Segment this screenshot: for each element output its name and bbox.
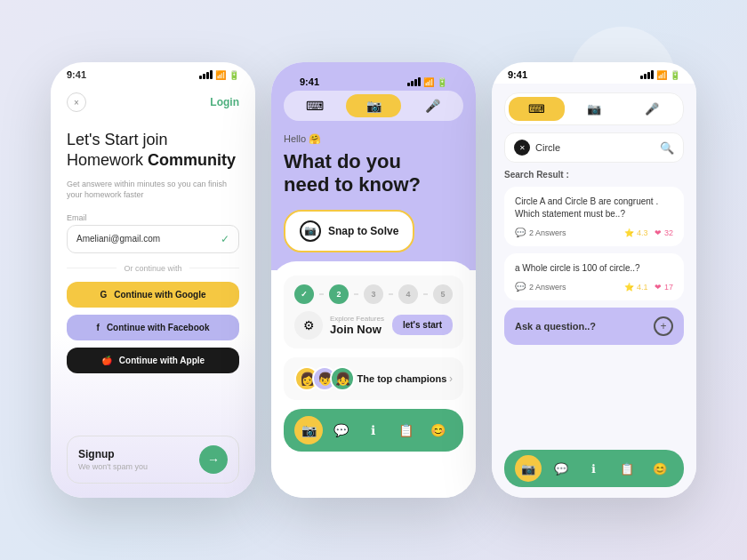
result-question-1: Circle A and Circle B are congruent . Wh… bbox=[515, 196, 673, 220]
snap-top-section: 9:41 📶 🔋 ⌨ 📷 🎤 Hello 🤗 What do youneed t… bbox=[271, 62, 476, 270]
answer-icon-2: 💬 bbox=[515, 282, 526, 292]
tab-camera[interactable]: 📷 bbox=[346, 94, 401, 117]
nav-camera-3[interactable]: 📷 bbox=[515, 455, 542, 482]
result-meta-2: 💬 2 Answers ⭐ 4.1 ❤ 17 bbox=[515, 282, 673, 292]
result-question-2: a Whole circle is 100 of circle..? bbox=[515, 262, 673, 275]
search-icon[interactable]: 🔍 bbox=[660, 141, 674, 155]
status-bar-1: 9:41 📶 🔋 bbox=[51, 62, 255, 84]
step-3: 3 bbox=[364, 284, 383, 304]
tab-bar-3: ⌨ 📷 🎤 bbox=[504, 92, 684, 125]
signup-arrow-button[interactable]: → bbox=[199, 445, 228, 474]
heart-count-1: ❤ 32 bbox=[655, 228, 673, 237]
status-icons-2: 📶 🔋 bbox=[407, 77, 447, 87]
status-bar-2: 9:41 📶 🔋 bbox=[284, 69, 463, 91]
status-bar-3: 9:41 📶 🔋 bbox=[492, 62, 696, 84]
snap-content: 9:41 📶 🔋 ⌨ 📷 🎤 Hello 🤗 What do youneed t… bbox=[271, 62, 476, 498]
time-2: 9:41 bbox=[300, 76, 319, 87]
headline: Let's Start joinHomework Community bbox=[67, 130, 239, 172]
heart-count-2: ❤ 17 bbox=[655, 283, 673, 292]
phone-login: 9:41 📶 🔋 × Login Let's Start joinHomewor… bbox=[51, 62, 255, 498]
divider-text: Or continue with bbox=[124, 264, 181, 273]
snap-button[interactable]: 📷 Snap to Solve bbox=[284, 210, 414, 252]
google-icon: G bbox=[100, 290, 107, 300]
nav-chat-2[interactable]: 💬 bbox=[327, 416, 356, 444]
answers-badge-1: 💬 2 Answers bbox=[515, 228, 566, 237]
nav-camera-2[interactable]: 📷 bbox=[294, 416, 323, 444]
result-meta-1: 💬 2 Answers ⭐ 4.3 ❤ 32 bbox=[515, 228, 673, 237]
login-link[interactable]: Login bbox=[210, 96, 239, 108]
champions-card[interactable]: 👩 👦 👧 The top champions › bbox=[284, 357, 463, 400]
phone-search: 9:41 📶 🔋 ⌨ 📷 🎤 ✕ Circle 🔍 Search Result … bbox=[492, 62, 696, 498]
tab-camera-3[interactable]: 📷 bbox=[566, 97, 622, 121]
avatar-3: 👧 bbox=[330, 366, 355, 391]
chevron-right-icon: › bbox=[449, 372, 453, 385]
nav-face-2[interactable]: 😊 bbox=[424, 416, 453, 444]
divider-line-left bbox=[67, 268, 116, 268]
facebook-button[interactable]: f Continue with Facebook bbox=[67, 315, 239, 340]
star-rating-2: ⭐ 4.1 bbox=[624, 283, 647, 292]
champions-label: The top champions bbox=[357, 373, 447, 384]
signal-icon-1 bbox=[199, 70, 213, 79]
status-icons-1: 📶 🔋 bbox=[199, 70, 239, 80]
nav-face-3[interactable]: 😊 bbox=[647, 455, 673, 482]
signal-icon-3 bbox=[640, 70, 654, 79]
bottom-nav-2: 📷 💬 ℹ 📋 😊 bbox=[284, 409, 463, 452]
explore-icon: ⚙ bbox=[294, 311, 323, 340]
apple-button[interactable]: 🍎 Continue with Apple bbox=[67, 348, 239, 373]
nav-list-3[interactable]: 📋 bbox=[614, 455, 640, 482]
join-info: ⚙ Explore Features Join Now bbox=[294, 311, 384, 340]
headline-bold: Community bbox=[148, 151, 236, 169]
tab-mic[interactable]: 🎤 bbox=[405, 94, 460, 117]
ask-card[interactable]: Ask a question..? + bbox=[504, 308, 684, 345]
search-clear-icon[interactable]: ✕ bbox=[514, 140, 530, 156]
nav-chat-3[interactable]: 💬 bbox=[548, 455, 574, 482]
start-button[interactable]: let's start bbox=[392, 315, 453, 335]
sub-text: Get answere within minutes so you can fi… bbox=[67, 179, 239, 201]
google-label: Continue with Google bbox=[114, 290, 205, 300]
answers-count-1: 2 Answers bbox=[529, 228, 566, 237]
battery-icon-2: 🔋 bbox=[437, 77, 447, 87]
camera-icon: 📷 bbox=[300, 220, 321, 242]
signup-subtitle: We won't spam you bbox=[78, 462, 148, 471]
phone-snap: 9:41 📶 🔋 ⌨ 📷 🎤 Hello 🤗 What do youneed t… bbox=[271, 62, 476, 498]
status-icons-3: 📶 🔋 bbox=[640, 70, 680, 80]
search-input[interactable]: Circle bbox=[535, 142, 655, 153]
email-group: Email Ameliani@gmail.com ✓ bbox=[67, 213, 239, 253]
signup-title: Signup bbox=[78, 448, 148, 460]
plus-icon[interactable]: + bbox=[654, 316, 673, 336]
steps-card: ✓ 2 3 4 5 ⚙ Explore Features Join bbox=[284, 276, 463, 348]
google-button[interactable]: G Continue with Google bbox=[67, 282, 239, 308]
avatars-row: 👩 👦 👧 bbox=[294, 366, 355, 391]
search-bar[interactable]: ✕ Circle 🔍 bbox=[504, 132, 684, 163]
result-card-2: a Whole circle is 100 of circle..? 💬 2 A… bbox=[504, 253, 684, 300]
answers-badge-2: 💬 2 Answers bbox=[515, 282, 566, 292]
email-field[interactable]: Ameliani@gmail.com ✓ bbox=[67, 225, 239, 253]
snap-label: Snap to Solve bbox=[328, 225, 398, 237]
bottom-nav-3: 📷 💬 ℹ 📋 😊 bbox=[504, 450, 684, 487]
facebook-icon: f bbox=[97, 323, 100, 332]
nav-list-2[interactable]: 📋 bbox=[391, 416, 420, 444]
steps-row: ✓ 2 3 4 5 bbox=[294, 284, 453, 304]
nav-info-2[interactable]: ℹ bbox=[359, 416, 388, 444]
signal-icon-2 bbox=[407, 77, 421, 86]
snap-bottom-section: ✓ 2 3 4 5 ⚙ Explore Features Join bbox=[271, 261, 476, 498]
answers-count-2: 2 Answers bbox=[529, 283, 566, 292]
explore-text: Explore Features Join Now bbox=[330, 315, 384, 336]
step-5: 5 bbox=[433, 284, 453, 304]
tab-mic-3[interactable]: 🎤 bbox=[623, 97, 679, 121]
check-icon: ✓ bbox=[221, 233, 229, 245]
tab-keyboard[interactable]: ⌨ bbox=[287, 94, 342, 117]
hello-text: Hello 🤗 bbox=[284, 133, 463, 145]
battery-icon-3: 🔋 bbox=[670, 70, 680, 80]
explore-label: Explore Features bbox=[330, 315, 384, 323]
step-line-3 bbox=[389, 293, 393, 295]
close-button[interactable]: × bbox=[67, 92, 86, 112]
wifi-icon-2: 📶 bbox=[423, 77, 434, 87]
tab-keyboard-3[interactable]: ⌨ bbox=[509, 97, 565, 121]
step-line-4 bbox=[423, 293, 428, 295]
wifi-icon-1: 📶 bbox=[215, 70, 226, 80]
result-card-1: Circle A and Circle B are congruent . Wh… bbox=[504, 187, 684, 246]
wifi-icon-3: 📶 bbox=[656, 70, 667, 80]
apple-icon: 🍎 bbox=[101, 356, 112, 365]
nav-info-3[interactable]: ℹ bbox=[581, 455, 607, 482]
